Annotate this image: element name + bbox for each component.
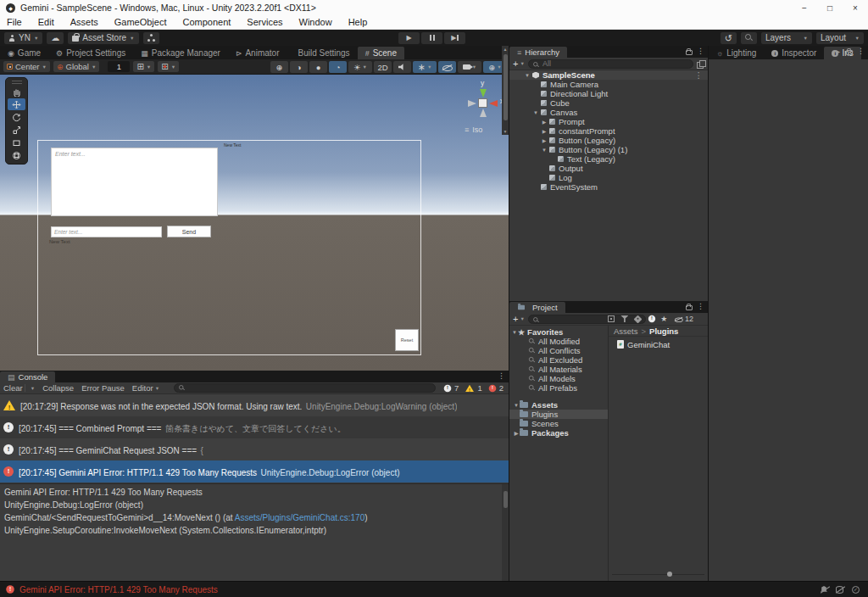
pause-button[interactable] xyxy=(421,32,442,44)
hierarchy-item[interactable]: ▶ constantPrompt xyxy=(509,126,708,136)
console-log-entry[interactable]: [20:17:45] Gemini API Error: HTTP/1.1 42… xyxy=(0,460,509,483)
statusbar[interactable]: Gemini API Error: HTTP/1.1 429 Too Many … xyxy=(0,581,868,597)
grid-visibility-dropdown[interactable]: ▼ xyxy=(133,61,154,72)
foldout-arrow[interactable]: ▼ xyxy=(541,148,548,153)
menu-item[interactable]: Help xyxy=(348,17,368,27)
console-log-entry[interactable]: [20:17:45] === GeminiChat Request JSON =… xyxy=(0,438,509,460)
folder-item[interactable]: ▶ Packages xyxy=(509,428,608,438)
foldout-arrow[interactable]: ▼ xyxy=(513,403,520,408)
favorite-search-item[interactable]: All Prefabs xyxy=(509,383,608,393)
toggle-2d-button[interactable]: 2D xyxy=(374,61,392,73)
error-pause-toggle[interactable]: Error Pause xyxy=(81,383,125,393)
view-tab[interactable]: Package Manager xyxy=(133,47,228,59)
breadcrumb-current[interactable]: Plugins xyxy=(649,326,678,336)
hierarchy-item[interactable]: ▼ Canvas xyxy=(509,108,708,117)
scrollbar-thumb[interactable] xyxy=(504,54,508,120)
console-detail-pane[interactable]: Gemini API Error: HTTP/1.1 429 Too Many … xyxy=(0,483,509,581)
panel-menu-icon[interactable]: ⋮ xyxy=(697,47,704,55)
create-asset-dropdown[interactable]: +▼ xyxy=(513,314,525,324)
step-button[interactable]: ▶ xyxy=(444,32,465,44)
gizmo-y-axis[interactable] xyxy=(480,89,487,98)
foldout-arrow[interactable]: ▶ xyxy=(513,430,520,436)
view-tab[interactable]: Scene xyxy=(358,47,404,59)
gizmo-x-axis[interactable] xyxy=(489,100,498,107)
panel-menu-icon[interactable]: ⋮ xyxy=(697,303,704,310)
lock-icon[interactable] xyxy=(845,47,852,55)
thumbnail-size-slider[interactable] xyxy=(612,571,704,577)
orientation-dropdown[interactable]: Global ▼ xyxy=(53,61,99,72)
folder-item[interactable]: ▼ Assets xyxy=(509,400,608,410)
info-count-toggle[interactable]: 7 xyxy=(442,383,459,393)
tab-hierarchy[interactable]: Hierarchy xyxy=(509,47,567,58)
snap-settings-dropdown[interactable]: ▼ xyxy=(158,61,179,72)
rotate-tool-button[interactable] xyxy=(8,111,25,123)
draw-mode-wireframe-button[interactable]: ⊕ xyxy=(270,61,288,73)
hierarchy-item[interactable]: ▶ Button (Legacy) xyxy=(509,136,708,145)
version-control-button[interactable] xyxy=(143,32,159,44)
folder-item[interactable]: Scenes xyxy=(509,419,608,428)
grid-size-field[interactable]: 1 xyxy=(108,61,130,72)
menu-item[interactable]: File xyxy=(7,17,22,27)
hierarchy-item[interactable]: Text (Legacy) xyxy=(509,154,708,164)
foldout-arrow[interactable]: ▶ xyxy=(541,137,548,143)
scene-textarea[interactable]: Enter text... xyxy=(51,148,218,216)
layout-dropdown[interactable]: Layout ▼ xyxy=(816,32,864,44)
undo-history-button[interactable]: ↺ xyxy=(721,32,737,44)
menu-item[interactable]: Edit xyxy=(38,17,54,27)
orientation-gizmo[interactable]: y x ≡ Iso xyxy=(458,76,509,137)
breadcrumb-root[interactable]: Assets xyxy=(614,326,638,336)
scene-reset-button[interactable]: Reset xyxy=(395,329,419,351)
scroll-down-icon[interactable]: ▼ xyxy=(502,129,509,134)
gizmo-left-axis[interactable] xyxy=(468,100,476,107)
rect-tool-button[interactable] xyxy=(8,137,25,148)
favorite-search-item[interactable]: All Materials xyxy=(509,365,608,374)
panel-menu-icon[interactable]: ⋮ xyxy=(857,47,865,55)
detail-scrollbar[interactable] xyxy=(502,484,509,581)
menu-item[interactable]: Component xyxy=(182,17,231,27)
notifications-muted-icon[interactable] xyxy=(821,586,827,593)
asset-store-dropdown[interactable]: Asset Store ▼ xyxy=(68,32,138,44)
effects-dropdown[interactable]: ▼ xyxy=(413,61,437,73)
favorites-filter-icon[interactable]: ★ xyxy=(660,315,670,323)
move-tool-button[interactable] xyxy=(8,98,25,110)
log-filter-icon[interactable] xyxy=(647,314,657,324)
hierarchy-item[interactable]: Directional Light xyxy=(509,89,708,98)
hierarchy-search-input[interactable] xyxy=(528,59,693,69)
favorite-search-item[interactable]: All Conflicts xyxy=(509,346,608,355)
error-count-toggle[interactable]: 2 xyxy=(487,383,504,393)
panel-menu-icon[interactable]: ⋮ xyxy=(498,372,505,380)
tab-project[interactable]: Project xyxy=(509,302,565,313)
hierarchy-item[interactable]: Log xyxy=(509,173,708,182)
hierarchy-item[interactable]: EventSystem xyxy=(509,182,708,192)
console-log-entry[interactable]: [20:17:45] === Combined Prompt === 箇条書きは… xyxy=(0,416,509,438)
foldout-arrow[interactable]: ▼ xyxy=(532,110,539,115)
favorite-search-item[interactable]: All Models xyxy=(509,374,608,383)
tab-console[interactable]: Console xyxy=(0,371,55,382)
scene-picker-icon[interactable] xyxy=(697,60,704,68)
draw-mode-half-button[interactable]: ◑ xyxy=(290,61,308,73)
console-log-entry[interactable]: [20:17:29] Response was not in the expec… xyxy=(0,394,509,416)
global-search-button[interactable] xyxy=(741,32,757,44)
console-scrollbar[interactable]: ▲ ▼ xyxy=(502,46,509,135)
view-tab[interactable]: Animator xyxy=(228,47,287,59)
scene-send-button[interactable]: Send xyxy=(167,226,211,237)
projection-mode[interactable]: ≡ Iso xyxy=(465,126,482,134)
favorite-search-item[interactable]: All Excluded xyxy=(509,355,608,365)
slider-handle[interactable] xyxy=(667,572,672,577)
view-tab[interactable]: Project Settings xyxy=(48,47,133,59)
hand-tool-button[interactable] xyxy=(8,86,25,98)
panel-tab[interactable]: Lighting xyxy=(709,47,764,59)
folder-item[interactable]: Plugins xyxy=(509,410,608,419)
scene-visibility-toggle[interactable] xyxy=(438,61,456,73)
favorite-search-item[interactable]: All Modified xyxy=(509,337,608,346)
hierarchy-item[interactable]: Main Camera xyxy=(509,80,708,89)
scene-lighting-dropdown[interactable]: ☀▼ xyxy=(348,61,372,73)
overlay-drag-handle[interactable] xyxy=(12,81,22,81)
pivot-mode-dropdown[interactable]: Center ▼ xyxy=(3,61,50,72)
foldout-arrow[interactable]: ▶ xyxy=(541,119,548,125)
play-button[interactable]: ▶ xyxy=(398,32,420,44)
view-tab[interactable]: Game xyxy=(0,47,48,59)
create-object-dropdown[interactable]: +▼ xyxy=(513,59,525,69)
audio-toggle-button[interactable] xyxy=(393,61,411,73)
favorites-header[interactable]: ▼ ★ Favorites xyxy=(509,327,608,337)
